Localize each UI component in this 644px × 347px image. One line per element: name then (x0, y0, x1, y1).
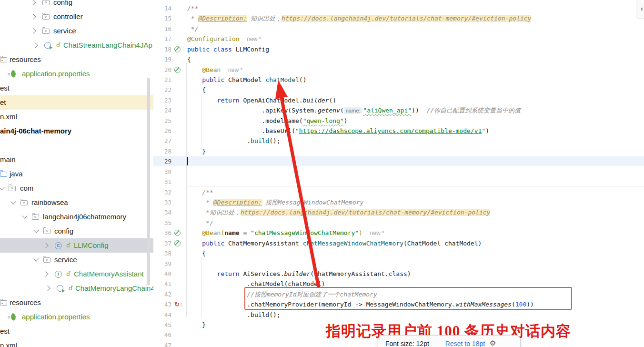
tree-item-langchain4j06chatmemory[interactable]: langchain4j06chatmemory (0, 210, 153, 224)
code-line-40[interactable]: return AiServices.builder(ChatMemoryAssi… (187, 269, 411, 279)
tree-item-service[interactable]: service (0, 253, 153, 267)
tree-item-java[interactable]: java (0, 167, 153, 181)
code-line-14[interactable]: /** (187, 3, 198, 13)
chevron-right-icon[interactable] (43, 271, 48, 276)
tree-item-com[interactable]: com (0, 181, 153, 195)
tree-item-test-clipped[interactable]: est (0, 81, 153, 95)
tree-item-main[interactable]: main (0, 153, 153, 167)
line-number: 19 (153, 54, 171, 64)
tree-item-application-properties-top[interactable]: application.properties (0, 67, 153, 81)
spring-properties-icon (10, 70, 18, 78)
code-line-37[interactable]: public ChatMemoryAssistant chatMessageWi… (187, 238, 482, 248)
code-line-34[interactable]: *知识出处，https://docs.langchain4j.dev/tutor… (187, 207, 490, 217)
chevron-down-icon[interactable] (33, 256, 39, 261)
tree-item-chatstream-class[interactable]: ďChatStreamLangChain4JAp (0, 38, 153, 52)
code-line-22[interactable]: { (187, 85, 206, 95)
member-badge-icon: ď (56, 38, 60, 52)
code-line-32[interactable]: /** (187, 187, 213, 197)
text-caret (187, 157, 188, 165)
code-line-15[interactable]: * @Description: 知识出处，https://docs.langch… (187, 13, 531, 23)
tree-item-application-properties[interactable]: application.properties (0, 310, 153, 324)
token-typ: ChatMemoryAssistant. (314, 270, 389, 277)
code-line-38[interactable]: { (187, 248, 206, 258)
code-line-26[interactable]: .baseUrl("https://dashscope.aliyuncs.com… (187, 126, 489, 136)
code-line-45[interactable]: } (187, 320, 206, 330)
class-icon: C (55, 242, 62, 249)
code-line-24[interactable]: .apiKey(System.getenv(name:"aliQwen_api"… (187, 105, 521, 116)
token-attr: name (224, 229, 243, 236)
token-typ: = (243, 229, 251, 236)
tree-item-service-top[interactable]: service (0, 24, 153, 38)
reset-font-size-link[interactable]: Reset to 18pt (445, 340, 485, 347)
chevron-right-icon[interactable] (45, 286, 50, 291)
code-line-33[interactable]: * @Description: 按照MessageWindowChatMemor… (187, 197, 363, 207)
spring-bean-icon[interactable] (174, 238, 182, 248)
annotation-rectangle (244, 287, 572, 310)
code-line-25[interactable]: .modelName("qwen-long") (187, 116, 348, 126)
code-line-18[interactable]: public class LLMConfig (187, 44, 269, 54)
token-typ (240, 35, 247, 42)
chevron-right-icon[interactable] (32, 42, 38, 48)
token-typ (187, 76, 202, 83)
token-typ: { (187, 250, 206, 257)
tree-item-controller[interactable]: controller (0, 10, 153, 24)
tree-item-target-clipped[interactable]: et (0, 95, 153, 110)
tree-item-chatmemorylangchain[interactable]: ďChatMemoryLangChain4JA (0, 281, 153, 296)
editor-scrollbar-widget[interactable] (636, 0, 644, 19)
line-number: 29 (153, 156, 171, 166)
tree-item-config-top[interactable]: config (0, 0, 153, 10)
tree-item-config[interactable]: config (0, 224, 153, 238)
line-number: 36 (153, 228, 171, 238)
indent-guide (186, 63, 187, 317)
code-line-20[interactable]: @Bean new * (187, 65, 242, 75)
tree-item-chatmemoryassistant[interactable]: IďChatMemoryAssistant (0, 267, 153, 281)
tree-item-label: rainbowsea (31, 195, 68, 210)
tree-item-project-root[interactable]: ain4j-06chat-memory (0, 124, 153, 138)
chevron-right-icon[interactable] (43, 243, 48, 248)
method-separator (187, 186, 644, 186)
sidebar-scrollbar[interactable] (147, 78, 150, 285)
chevron-right-icon[interactable] (30, 0, 36, 5)
tree-item-label: ChatMemoryLangChain4JA (75, 281, 154, 296)
token-typ: } (187, 148, 206, 155)
recursive-call-icon[interactable]: ↻↑ (174, 299, 182, 309)
tree-item-resources-top[interactable]: resources (0, 52, 153, 67)
chevron-down-icon[interactable] (0, 184, 5, 190)
code-line-16[interactable]: */ (187, 24, 198, 34)
tree-item-label: config (53, 0, 72, 10)
code-line-17[interactable]: @Configuration new * (187, 34, 261, 44)
code-line-36[interactable]: @Bean(name = "chatMessageWindowChatMemor… (187, 228, 384, 238)
line-number: 24 (153, 105, 171, 115)
line-number: 47 (153, 340, 171, 347)
tree-item-pom-xml-clipped-2[interactable]: n.xml (0, 338, 153, 347)
chevron-down-icon[interactable] (22, 213, 27, 218)
line-number: 30 (153, 167, 171, 177)
package-folder-icon (43, 257, 50, 263)
code-line-44[interactable]: .build(); (187, 310, 281, 320)
token-typ: ChatModel (228, 76, 265, 83)
tree-item-rainbowsea[interactable]: rainbowsea (0, 195, 153, 210)
tree-item-label: est (0, 324, 10, 338)
tree-item-resources[interactable]: resources (0, 296, 153, 310)
chevron-right-icon[interactable] (30, 14, 36, 19)
gear-icon[interactable]: ⚙ (490, 340, 496, 347)
code-line-28[interactable]: } (187, 146, 206, 156)
tree-item-label: n.xml (0, 110, 17, 124)
token-typ: { (187, 86, 206, 93)
code-line-27[interactable]: .build(); (187, 136, 281, 146)
code-line-21[interactable]: public ChatModel chatModel() (187, 75, 307, 85)
spring-bean-icon[interactable] (174, 228, 182, 238)
tree-item-pom-xml-clipped[interactable]: n.xml (0, 110, 153, 124)
tree-item-test-clipped-2[interactable]: est (0, 324, 153, 338)
tree-item-llmconfig[interactable]: CďLLMConfig (0, 238, 153, 253)
chevron-down-icon[interactable] (10, 199, 16, 204)
code-line-23[interactable]: return OpenAiChatModel.builder() (187, 95, 336, 105)
token-typ: OpenAiChatModel. (243, 97, 302, 104)
token-cmt: * (187, 15, 198, 22)
spring-bean-icon[interactable] (174, 65, 182, 75)
chevron-down-icon[interactable] (33, 227, 39, 233)
chevron-right-icon[interactable] (30, 28, 36, 33)
spring-bean-icon[interactable] (174, 44, 182, 54)
code-line-35[interactable]: */ (187, 218, 213, 228)
code-line-19[interactable]: { (187, 54, 191, 64)
